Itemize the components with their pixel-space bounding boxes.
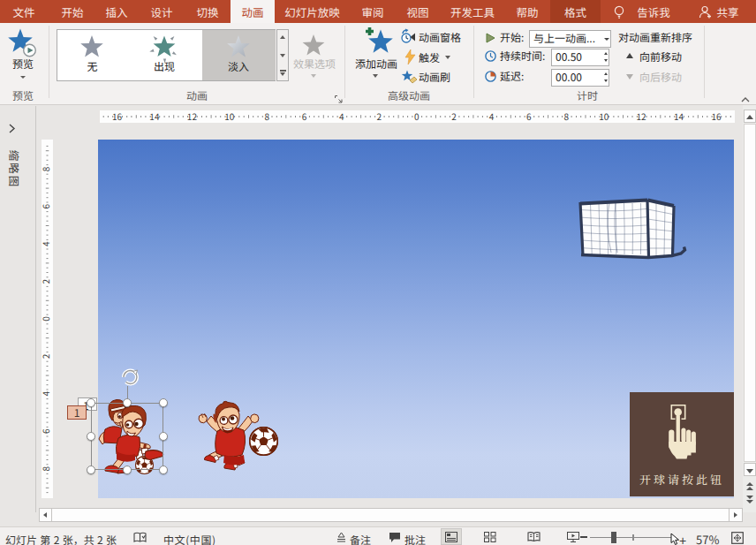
svg-text:2: 2 (42, 278, 52, 284)
svg-text:6: 6 (42, 428, 52, 434)
svg-text:8: 8 (564, 110, 570, 123)
svg-text:16: 16 (112, 110, 123, 123)
svg-text:8: 8 (42, 166, 52, 171)
svg-text:12: 12 (637, 110, 647, 123)
svg-text:0: 0 (42, 316, 52, 322)
svg-text:4: 4 (339, 110, 344, 123)
svg-text:6: 6 (42, 204, 52, 209)
svg-text:2: 2 (42, 353, 52, 359)
svg-text:4: 4 (42, 241, 52, 246)
svg-text:0: 0 (414, 110, 420, 123)
svg-text:2: 2 (377, 110, 382, 123)
svg-text:6: 6 (302, 110, 307, 123)
svg-text:4: 4 (42, 391, 52, 397)
svg-text:10: 10 (599, 110, 609, 123)
svg-text:14: 14 (674, 110, 684, 123)
svg-text:8: 8 (42, 466, 52, 471)
svg-text:14: 14 (149, 110, 160, 123)
svg-text:12: 12 (187, 110, 198, 123)
svg-text:6: 6 (526, 110, 532, 123)
svg-text:16: 16 (711, 110, 722, 123)
svg-text:10: 10 (224, 110, 235, 123)
svg-text:4: 4 (489, 110, 495, 123)
svg-text:2: 2 (451, 110, 457, 123)
svg-text:8: 8 (264, 110, 269, 123)
